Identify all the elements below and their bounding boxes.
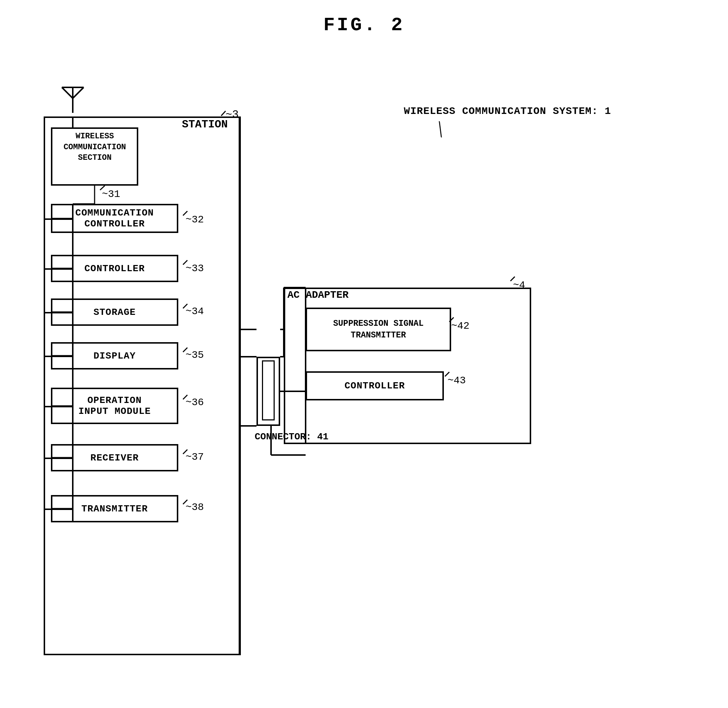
svg-line-1 <box>62 87 73 98</box>
display-label: DISPLAY <box>94 351 136 361</box>
hline-36 <box>43 406 73 407</box>
ref-34: ~34 <box>185 306 204 317</box>
operation-input-label: OPERATIONINPUT MODULE <box>78 395 151 417</box>
ref-35: ~35 <box>185 350 204 361</box>
sst-label: SUPPRESSION SIGNALTRANSMITTER <box>333 318 424 341</box>
ref-36: ~36 <box>185 397 204 408</box>
antenna-icon <box>58 65 87 116</box>
station-box <box>43 116 240 655</box>
ref-33: ~33 <box>185 263 204 274</box>
sst-box: SUPPRESSION SIGNALTRANSMITTER <box>305 308 451 351</box>
hline-33 <box>43 268 73 270</box>
ref-4: ~4 <box>513 280 525 291</box>
hline-32 <box>43 218 73 220</box>
diagram: WIRELESS COMMUNICATION SYSTEM: 1 ╲ ~3 ST… <box>22 44 713 699</box>
ref-42: ~42 <box>451 320 469 332</box>
ref-38: ~38 <box>185 502 204 513</box>
hline-38 <box>43 509 73 510</box>
page-title: FIG. 2 <box>0 0 728 36</box>
ref-43: ~43 <box>447 375 466 386</box>
ref-37: ~37 <box>185 451 204 463</box>
station-label: STATION <box>182 118 228 131</box>
ac-adapter-label: AC ADAPTER <box>287 289 349 301</box>
connector-inner <box>262 360 275 421</box>
ref-32: ~32 <box>185 214 204 225</box>
system-arrow: ╲ <box>434 121 446 138</box>
hline-34 <box>43 312 73 313</box>
svg-line-19 <box>221 111 226 116</box>
ac-controller-box: CONTROLLER <box>305 371 444 400</box>
comm-controller-label: COMMUNICATIONCONTROLLER <box>75 207 154 229</box>
receiver-label: RECEIVER <box>91 453 139 463</box>
controller-label-33: CONTROLLER <box>84 263 145 274</box>
hline-35 <box>43 355 73 357</box>
storage-label: STORAGE <box>94 307 136 318</box>
transmitter-label: TRANSMITTER <box>81 503 148 514</box>
ref-31: ~31 <box>102 189 120 200</box>
hline-37 <box>43 458 73 459</box>
system-label: WIRELESS COMMUNICATION SYSTEM: 1 <box>404 106 611 117</box>
svg-line-2 <box>73 87 84 98</box>
ac-controller-label: CONTROLLER <box>344 380 405 391</box>
wireless-comm-section-label: WIRELESSCOMMUNICATIONSECTION <box>54 131 136 164</box>
connector-label: CONNECTOR: 41 <box>255 431 329 442</box>
